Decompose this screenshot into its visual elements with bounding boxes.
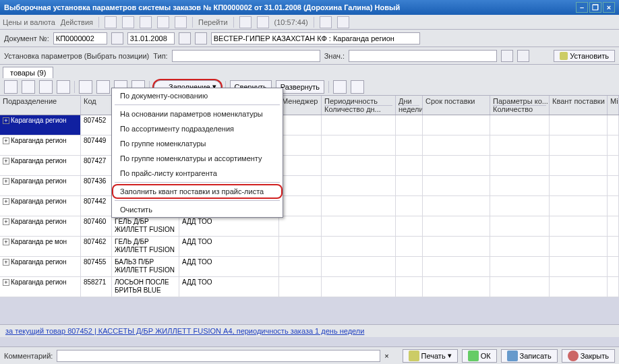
clear-icon[interactable] <box>517 50 529 62</box>
dd-by-pricelist[interactable]: По прайс-листу контрагента <box>112 166 283 181</box>
menu-goto[interactable]: Перейти <box>198 18 228 26</box>
menu-time[interactable]: (10:57:44) <box>274 18 308 26</box>
dd-by-group[interactable]: По группе номенклатуры <box>112 136 283 151</box>
col-srok[interactable]: Срок поставки <box>423 96 490 115</box>
doc-label: Документ №: <box>4 34 49 42</box>
window-title: Выборочная установка параметров системы … <box>4 3 400 11</box>
dd-fill-kvant[interactable]: Заполнить квант поставки из прайс-листа <box>112 184 283 199</box>
table-row[interactable]: +Караганда регион858271ЛОСЬОН ПОСЛЕ БРИТ… <box>0 277 619 297</box>
footer-link-row: за текущий товар 807452 | КАССЕТЫ Д/БР Ж… <box>0 324 619 337</box>
grid-toolbar: Заполнение ▾ Свернуть Развернуть <box>0 78 619 96</box>
calendar-icon[interactable] <box>111 32 123 44</box>
check-icon <box>468 351 479 361</box>
print-button[interactable]: Печать ▾ <box>403 349 458 363</box>
toolbar-icon[interactable] <box>157 16 169 28</box>
toolbar-icon[interactable] <box>140 16 152 28</box>
dd-by-assort[interactable]: По ассортименту подразделения <box>112 121 283 136</box>
toolbar-icon[interactable] <box>239 16 252 28</box>
fill-dropdown-menu: По документу-основанию На основании пара… <box>111 88 283 218</box>
menu-actions[interactable]: Действия <box>61 18 93 26</box>
calendar-icon[interactable] <box>179 32 191 44</box>
comment-label: Комментарий: <box>4 352 53 360</box>
table-row[interactable]: +Караганда регион807460ГЕЛЬ Д/БР ЖИЛЛЕТТ… <box>0 216 619 237</box>
toolbar-icon[interactable] <box>320 16 332 28</box>
grid-body: +Караганда регион807452+Караганда регион… <box>0 115 619 297</box>
close-button[interactable]: Закрыть <box>562 349 615 363</box>
table-row[interactable]: +Караганда регион807449 <box>0 135 619 156</box>
tab-tovary[interactable]: товары (9) <box>3 67 53 78</box>
col-per[interactable]: Периодичность Количество дн... <box>322 96 396 115</box>
grid-icon[interactable] <box>333 80 347 94</box>
tip-label: Тип: <box>153 52 167 60</box>
grid-icon[interactable] <box>79 80 92 94</box>
dd-by-doc[interactable]: По документу-основанию <box>112 88 283 103</box>
dd-by-group-assort[interactable]: По группе номенклатуры и ассортименту <box>112 151 283 166</box>
toolbar-icon[interactable] <box>337 16 349 28</box>
chevron-down-icon: ▾ <box>448 351 452 360</box>
col-mi[interactable]: Mi <box>608 96 619 115</box>
toolbar-icon[interactable] <box>175 16 187 28</box>
toolbar-icon[interactable] <box>122 16 134 28</box>
table-row[interactable]: +Караганда регион807442 <box>0 196 619 216</box>
close-button[interactable]: × <box>603 2 615 13</box>
table-row[interactable]: +Караганда регион807452 <box>0 115 619 135</box>
zn-input[interactable] <box>349 50 497 62</box>
col-kvant[interactable]: Квант поставки <box>550 96 608 115</box>
data-grid: Подразделение Код Номенклатура Менеджер … <box>0 96 619 297</box>
org-icon[interactable] <box>195 32 207 44</box>
menu-prices[interactable]: Цены и валюта <box>3 18 55 26</box>
zn-label: Знач.: <box>324 52 345 60</box>
minimize-button[interactable]: – <box>576 2 588 13</box>
tip-input[interactable] <box>172 50 320 62</box>
bottom-bar: Комментарий: × Печать ▾ ОК Записать Закр… <box>0 346 619 364</box>
grid-icon[interactable] <box>351 80 364 94</box>
form-row-doc: Документ №: <box>0 30 619 47</box>
date-input[interactable] <box>127 32 175 44</box>
menubar: Цены и валюта Действия Перейти (10:57:44… <box>0 15 619 30</box>
comment-input[interactable] <box>57 350 380 362</box>
grid-icon[interactable] <box>22 80 35 94</box>
col-mgr[interactable]: Менеджер <box>279 96 322 115</box>
grid-icon[interactable] <box>39 80 53 94</box>
toolbar-icon[interactable] <box>257 16 269 28</box>
dd-by-nomparams[interactable]: На основании параметров номенклатуры <box>112 107 283 121</box>
save-button[interactable]: Записать <box>501 349 558 363</box>
col-kod[interactable]: Код <box>81 96 112 115</box>
printer-icon <box>409 351 419 361</box>
tabbar: товары (9) <box>0 65 619 78</box>
org-input[interactable] <box>211 32 420 44</box>
table-row[interactable]: +Караганда регион807455БАЛЬЗ П/БР ЖИЛЛЕТ… <box>0 257 619 277</box>
col-podr[interactable]: Подразделение <box>0 96 81 115</box>
col-dni[interactable]: Дни недели <box>396 96 423 115</box>
clear-icon[interactable]: × <box>384 352 388 360</box>
fill-all-button[interactable]: Установить <box>554 50 615 62</box>
select-icon[interactable] <box>501 50 513 62</box>
grid-icon[interactable] <box>96 80 110 94</box>
ok-button[interactable]: ОК <box>462 349 497 363</box>
grid-icon[interactable] <box>4 80 18 94</box>
close-icon <box>568 351 579 361</box>
grid-header: Подразделение Код Номенклатура Менеджер … <box>0 96 619 115</box>
doc-number-input[interactable] <box>53 32 107 44</box>
col-par[interactable]: Параметры ко... Количество <box>490 96 550 115</box>
table-row[interactable]: +Караганда регион807436 <box>0 176 619 196</box>
params-label: Установка параметров (Выбрать позиции) <box>4 52 149 60</box>
toolbar-icon[interactable] <box>105 16 117 28</box>
maximize-button[interactable]: ❐ <box>589 2 601 13</box>
wand-icon <box>560 52 568 60</box>
form-row-params: Установка параметров (Выбрать позиции) Т… <box>0 47 619 65</box>
grid-icon[interactable] <box>57 80 70 94</box>
table-row[interactable]: +Караганда ре мон807462ГЕЛЬ Д/БР ЖИЛЛЕТТ… <box>0 237 619 257</box>
titlebar: Выборочная установка параметров системы … <box>0 0 619 15</box>
table-row[interactable]: +Караганда регион807427 <box>0 156 619 176</box>
dd-clear[interactable]: Очистить <box>112 202 283 217</box>
disk-icon <box>507 351 518 361</box>
current-item-link[interactable]: за текущий товар 807452 | КАССЕТЫ Д/БР Ж… <box>5 327 364 335</box>
